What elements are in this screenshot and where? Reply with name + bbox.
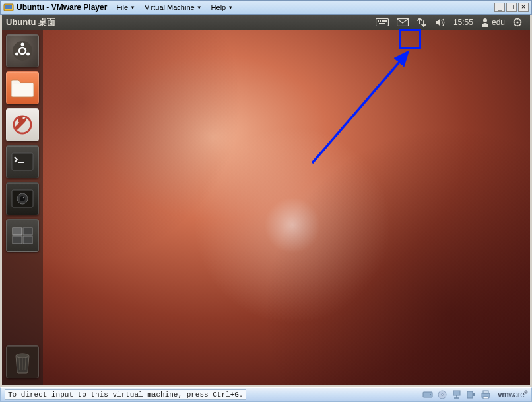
svg-point-10 bbox=[483, 18, 487, 22]
panel-title: Ubuntu 桌面 bbox=[6, 17, 55, 28]
vmware-statusbar: To direct input to this virtual machine,… bbox=[0, 387, 532, 402]
menu-file[interactable]: File▼ bbox=[112, 2, 139, 13]
device-network-icon[interactable] bbox=[451, 389, 462, 400]
svg-rect-21 bbox=[18, 162, 24, 163]
desktop-wallpaper[interactable] bbox=[2, 30, 530, 385]
mail-indicator-icon[interactable] bbox=[393, 15, 413, 30]
svg-rect-18 bbox=[13, 84, 32, 96]
guest-display: Ubuntu 桌面 15:55 edu bbox=[2, 15, 530, 385]
launcher-terminal[interactable] bbox=[6, 145, 39, 178]
svg-point-15 bbox=[21, 43, 24, 46]
user-icon bbox=[481, 18, 489, 27]
svg-rect-3 bbox=[378, 20, 379, 22]
svg-rect-4 bbox=[380, 20, 381, 22]
svg-rect-1 bbox=[5, 5, 12, 9]
svg-rect-6 bbox=[383, 20, 385, 22]
vmware-player-icon bbox=[3, 2, 14, 13]
sound-indicator-icon[interactable] bbox=[431, 15, 449, 30]
svg-point-12 bbox=[516, 21, 518, 23]
menu-virtual-machine[interactable]: Virtual Machine▼ bbox=[141, 2, 206, 13]
close-button[interactable]: ✕ bbox=[518, 3, 529, 12]
vmware-device-icons bbox=[422, 389, 498, 400]
vmware-menubar: File▼ Virtual Machine▼ Help▼ bbox=[112, 2, 237, 13]
vmware-brand-label: vmware® bbox=[498, 390, 527, 399]
maximize-button[interactable]: □ bbox=[506, 3, 517, 12]
keyboard-indicator-icon[interactable] bbox=[372, 15, 393, 30]
launcher-camera[interactable] bbox=[6, 182, 39, 215]
svg-rect-27 bbox=[23, 228, 32, 235]
svg-point-33 bbox=[430, 394, 431, 395]
window-controls: _ □ ✕ bbox=[494, 3, 529, 12]
svg-rect-26 bbox=[13, 228, 22, 235]
svg-point-35 bbox=[441, 394, 443, 396]
unity-top-panel: Ubuntu 桌面 15:55 edu bbox=[2, 15, 530, 30]
vmware-titlebar: Ubuntu - VMware Player File▼ Virtual Mac… bbox=[0, 0, 532, 15]
svg-rect-5 bbox=[382, 20, 383, 22]
workspace-icon bbox=[11, 226, 34, 245]
device-sound-icon[interactable] bbox=[466, 389, 477, 400]
ubuntu-logo-icon bbox=[11, 39, 34, 63]
svg-point-25 bbox=[23, 197, 24, 198]
menu-help[interactable]: Help▼ bbox=[207, 2, 238, 13]
device-harddisk-icon[interactable] bbox=[422, 389, 433, 400]
launcher-files[interactable] bbox=[6, 71, 39, 104]
launcher-trash[interactable] bbox=[6, 345, 39, 378]
device-printer-icon[interactable] bbox=[481, 389, 491, 400]
settings-wrench-icon bbox=[11, 114, 34, 136]
svg-point-17 bbox=[26, 53, 30, 56]
network-indicator-icon[interactable] bbox=[413, 15, 431, 30]
minimize-button[interactable]: _ bbox=[494, 3, 505, 12]
svg-rect-29 bbox=[23, 236, 32, 244]
svg-rect-38 bbox=[473, 393, 475, 396]
terminal-icon bbox=[11, 152, 34, 172]
svg-point-30 bbox=[16, 354, 29, 358]
svg-rect-8 bbox=[379, 23, 385, 24]
svg-rect-37 bbox=[467, 391, 473, 398]
status-message: To direct input to this virtual machine,… bbox=[5, 389, 246, 400]
session-indicator-icon[interactable] bbox=[509, 15, 526, 30]
svg-rect-7 bbox=[385, 20, 387, 22]
device-cd-icon[interactable] bbox=[437, 389, 448, 400]
webcam-icon bbox=[11, 189, 34, 209]
user-name-label: edu bbox=[492, 18, 505, 27]
user-indicator[interactable]: edu bbox=[477, 15, 509, 30]
svg-point-16 bbox=[15, 53, 18, 56]
vmware-window-title: Ubuntu - VMware Player bbox=[17, 3, 107, 12]
launcher-settings[interactable] bbox=[6, 108, 39, 141]
clock-indicator[interactable]: 15:55 bbox=[449, 18, 477, 27]
launcher-workspace-switcher[interactable] bbox=[6, 219, 39, 252]
trash-icon bbox=[12, 349, 33, 374]
unity-launcher bbox=[2, 30, 43, 385]
svg-rect-2 bbox=[376, 18, 388, 26]
svg-rect-36 bbox=[453, 391, 460, 395]
svg-rect-41 bbox=[483, 397, 488, 399]
svg-rect-40 bbox=[483, 391, 488, 393]
folder-icon bbox=[10, 77, 35, 98]
launcher-dash-home[interactable] bbox=[6, 34, 39, 67]
svg-rect-28 bbox=[13, 236, 22, 244]
